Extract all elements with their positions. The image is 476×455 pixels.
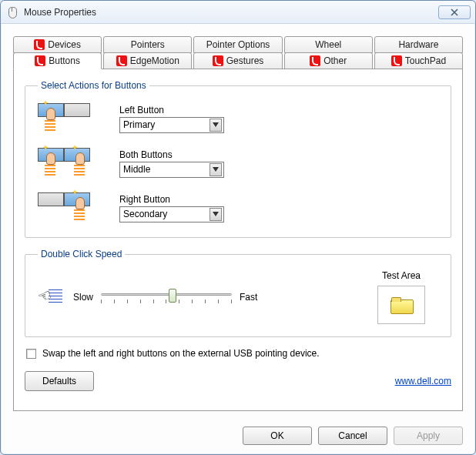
- tab-devices[interactable]: Devices: [13, 36, 102, 53]
- both-buttons-label: Both Buttons: [119, 149, 224, 160]
- tab-wheel[interactable]: Wheel: [284, 36, 373, 53]
- swap-buttons-row: Swap the left and right buttons on the e…: [25, 348, 451, 359]
- tab-buttons[interactable]: Buttons: [13, 52, 102, 69]
- dialog-button-row: OK Cancel Apply: [1, 419, 475, 454]
- window-title: Mouse Properties: [24, 7, 438, 18]
- tab-other[interactable]: Other: [284, 52, 373, 69]
- apply-button[interactable]: Apply: [394, 427, 463, 445]
- left-button-graphic: ✦: [38, 102, 101, 135]
- right-button-value: Secondary: [123, 209, 167, 219]
- double-click-slider[interactable]: [101, 286, 232, 308]
- select-actions-group: Select Actions for Buttons ✦ Left Button…: [25, 80, 451, 238]
- tab-pointers[interactable]: Pointers: [103, 36, 192, 53]
- both-buttons-row: ✦✦ Both Buttons Middle: [38, 146, 438, 180]
- titlebar: Mouse Properties: [1, 1, 475, 24]
- test-area-box[interactable]: [377, 286, 425, 324]
- both-buttons-value: Middle: [123, 164, 150, 175]
- tab-hardware[interactable]: Hardware: [374, 36, 463, 53]
- mouse-icon: [7, 6, 19, 18]
- synaptics-icon: [116, 55, 127, 66]
- right-button-graphic: ✦: [38, 191, 101, 225]
- tab-touchpad[interactable]: TouchPad: [374, 52, 463, 69]
- close-button[interactable]: [438, 5, 471, 19]
- right-button-dropdown[interactable]: Secondary: [119, 206, 224, 222]
- ok-button[interactable]: OK: [243, 427, 312, 445]
- defaults-row: Defaults www.dell.com: [25, 371, 451, 391]
- dropdown-arrow-icon: [210, 208, 222, 221]
- tabs-row-2: Buttons EdgeMotion Gestures Other TouchP…: [13, 52, 463, 69]
- synaptics-icon: [391, 55, 402, 66]
- synaptics-icon: [35, 55, 45, 66]
- dialog-content: Devices Pointers Pointer Options Wheel H…: [1, 24, 475, 419]
- tab-gestures[interactable]: Gestures: [193, 52, 282, 69]
- swap-buttons-label: Swap the left and right buttons on the e…: [42, 348, 320, 359]
- dropdown-arrow-icon: [210, 119, 222, 132]
- dell-link[interactable]: www.dell.com: [395, 376, 451, 386]
- tabsheet-buttons: Select Actions for Buttons ✦ Left Button…: [13, 69, 463, 411]
- double-click-hand-icon: [38, 286, 59, 308]
- double-click-slider-wrap: Slow Fast: [73, 286, 350, 308]
- right-button-label: Right Button: [119, 194, 224, 205]
- both-buttons-graphic: ✦✦: [38, 146, 101, 180]
- test-area: Test Area: [364, 270, 438, 324]
- fast-label: Fast: [240, 292, 257, 303]
- double-click-legend: Double Click Speed: [38, 249, 125, 259]
- tab-edgemotion[interactable]: EdgeMotion: [103, 52, 192, 69]
- folder-icon: [391, 297, 412, 313]
- left-button-value: Primary: [123, 119, 155, 130]
- left-button-label: Left Button: [119, 105, 224, 115]
- defaults-button[interactable]: Defaults: [25, 371, 94, 391]
- double-click-group: Double Click Speed Slow Fast Test Area: [25, 249, 451, 337]
- close-icon: [450, 8, 459, 16]
- tab-pointer-options[interactable]: Pointer Options: [193, 36, 282, 53]
- synaptics-icon: [213, 55, 223, 66]
- slow-label: Slow: [73, 292, 93, 303]
- select-actions-legend: Select Actions for Buttons: [38, 80, 149, 91]
- left-button-dropdown[interactable]: Primary: [119, 117, 224, 133]
- test-area-label: Test Area: [382, 270, 421, 281]
- synaptics-icon: [34, 39, 45, 50]
- mouse-properties-window: Mouse Properties Devices Pointers Pointe…: [0, 0, 476, 455]
- right-button-row: ✦ Right Button Secondary: [38, 191, 438, 225]
- slider-thumb[interactable]: [169, 289, 176, 303]
- synaptics-icon: [310, 55, 320, 66]
- swap-buttons-checkbox[interactable]: [26, 349, 36, 359]
- left-button-row: ✦ Left Button Primary: [38, 102, 438, 135]
- both-buttons-dropdown[interactable]: Middle: [119, 162, 224, 178]
- dropdown-arrow-icon: [210, 163, 222, 176]
- cancel-button[interactable]: Cancel: [318, 427, 387, 445]
- tabs-row-1: Devices Pointers Pointer Options Wheel H…: [13, 36, 463, 53]
